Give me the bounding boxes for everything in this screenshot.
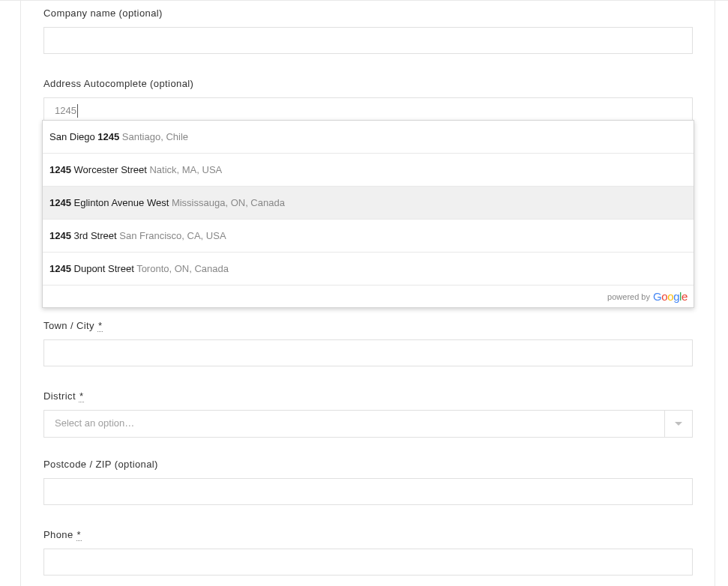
autocomplete-item-main: 1245 Worcester Street	[49, 164, 147, 175]
panel-border-left	[20, 0, 21, 586]
postcode-input[interactable]	[43, 478, 693, 505]
company-input[interactable]	[43, 27, 693, 54]
company-label-text: Company name	[43, 7, 116, 19]
phone-input[interactable]	[43, 549, 693, 576]
city-field-group: Town / City *	[43, 320, 694, 366]
phone-required-asterisk: *	[76, 529, 82, 541]
district-select[interactable]: Select an option…	[43, 410, 693, 438]
address-autocomplete-optional-text: (optional)	[150, 78, 193, 89]
company-optional-text: (optional)	[119, 7, 163, 19]
address-autocomplete-dropdown: San Diego 1245 Santiago, Chile1245 Worce…	[42, 120, 694, 308]
autocomplete-item-main: 1245 Eglinton Avenue West	[49, 197, 169, 208]
address-autocomplete-field-group: Address Autocomplete (optional) 1245	[43, 78, 694, 124]
company-label: Company name (optional)	[43, 7, 694, 19]
autocomplete-item-secondary: Toronto, ON, Canada	[134, 263, 229, 274]
address-autocomplete-label: Address Autocomplete (optional)	[43, 78, 694, 89]
phone-label: Phone *	[43, 529, 694, 540]
company-field-group: Company name (optional)	[43, 7, 694, 54]
autocomplete-item-secondary: San Francisco, CA, USA	[117, 230, 226, 241]
autocomplete-item-main: San Diego 1245	[49, 131, 119, 142]
autocomplete-item[interactable]: San Diego 1245 Santiago, Chile	[43, 121, 694, 153]
autocomplete-item-main: 1245 Dupont Street	[49, 263, 134, 274]
autocomplete-item-secondary: Natick, MA, USA	[147, 164, 222, 175]
district-label: District *	[43, 390, 694, 402]
address-autocomplete-label-text: Address Autocomplete	[43, 78, 147, 89]
city-label-text: Town / City	[43, 320, 94, 331]
district-required-asterisk: *	[79, 390, 84, 402]
postcode-label: Postcode / ZIP (optional)	[43, 459, 694, 470]
district-label-text: District	[43, 390, 76, 402]
postcode-label-text: Postcode / ZIP	[43, 459, 112, 470]
phone-label-text: Phone	[43, 529, 73, 540]
top-border	[0, 0, 728, 1]
autocomplete-item[interactable]: 1245 Eglinton Avenue West Mississauga, O…	[43, 186, 694, 219]
district-field-group: District * Select an option…	[43, 390, 694, 438]
postcode-field-group: Postcode / ZIP (optional)	[43, 459, 694, 505]
phone-field-group: Phone *	[43, 529, 694, 576]
autocomplete-item-main: 1245 3rd Street	[49, 230, 117, 241]
powered-by-text: powered by	[607, 292, 650, 301]
chevron-down-icon	[664, 411, 692, 437]
autocomplete-item[interactable]: 1245 3rd Street San Francisco, CA, USA	[43, 219, 694, 252]
postcode-optional-text: (optional)	[115, 459, 158, 470]
address-autocomplete-value: 1245	[55, 104, 78, 118]
address-autocomplete-list: San Diego 1245 Santiago, Chile1245 Worce…	[43, 121, 694, 285]
city-required-asterisk: *	[97, 320, 103, 332]
autocomplete-attribution: powered by Google	[43, 285, 694, 307]
autocomplete-item[interactable]: 1245 Dupont Street Toronto, ON, Canada	[43, 252, 694, 285]
district-select-placeholder: Select an option…	[44, 411, 664, 437]
google-logo: Google	[653, 290, 688, 303]
city-label: Town / City *	[43, 320, 694, 331]
autocomplete-item-secondary: Santiago, Chile	[119, 131, 188, 142]
autocomplete-item[interactable]: 1245 Worcester Street Natick, MA, USA	[43, 153, 694, 186]
city-input[interactable]	[43, 339, 693, 366]
panel-border-right	[715, 0, 715, 586]
autocomplete-item-secondary: Mississauga, ON, Canada	[169, 197, 285, 208]
